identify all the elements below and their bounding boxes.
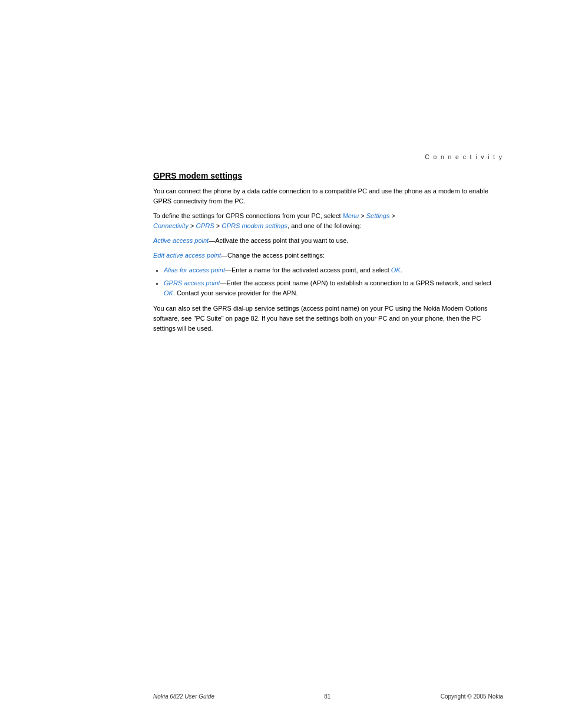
sep4: > xyxy=(214,222,222,229)
active-access-point-link: Active access point xyxy=(153,237,209,244)
edit-active-link: Edit active access point xyxy=(153,252,221,259)
paragraph-3: You can also set the GPRS dial-up servic… xyxy=(153,304,503,334)
paragraph-2: To define the settings for GPRS connecti… xyxy=(153,211,503,231)
sep3: > xyxy=(189,222,196,229)
gprs-link: GPRS xyxy=(196,222,214,229)
footer-right: Copyright © 2005 Nokia xyxy=(441,693,503,700)
bullet2-ok: OK xyxy=(164,289,173,297)
bullet-list: Alias for access point—Enter a name for … xyxy=(164,265,503,299)
sep2: > xyxy=(389,212,395,219)
bullet1-end: . xyxy=(401,266,402,274)
page: C o n n e c t i v i t y GPRS modem setti… xyxy=(0,0,562,728)
connectivity-link: Connectivity xyxy=(153,222,189,229)
alias-link: Alias for access point xyxy=(164,266,225,274)
paragraph-1: You can connect the phone by a data cabl… xyxy=(153,186,503,206)
bullet-item-2: GPRS access point—Enter the access point… xyxy=(164,278,503,299)
content-area: C o n n e c t i v i t y GPRS modem setti… xyxy=(153,153,503,338)
section-label: C o n n e c t i v i t y xyxy=(153,153,503,160)
bullet-item-1: Alias for access point—Enter a name for … xyxy=(164,265,503,276)
edit-active-line: Edit active access point—Change the acce… xyxy=(153,251,503,261)
bullet2-end: . Contact your service provider for the … xyxy=(173,289,298,297)
footer: Nokia 6822 User Guide 81 Copyright © 200… xyxy=(153,693,503,700)
footer-page-number: 81 xyxy=(324,693,330,700)
footer-left: Nokia 6822 User Guide xyxy=(153,693,214,700)
paragraph2-suffix: , and one of the following: xyxy=(287,222,361,229)
bullet1-text: —Enter a name for the activated access p… xyxy=(225,266,391,274)
bullet1-ok: OK xyxy=(391,266,401,274)
active-access-point-text: —Activate the access point that you want… xyxy=(209,237,348,244)
modem-settings-link: GPRS modem settings xyxy=(222,222,287,229)
section-title: GPRS modem settings xyxy=(153,171,503,180)
menu-link: Menu xyxy=(343,212,359,219)
active-access-point-line: Active access point—Activate the access … xyxy=(153,236,503,246)
gprs-access-point-link: GPRS access point xyxy=(164,279,220,286)
sep1: > xyxy=(359,212,366,219)
bullet2-text: —Enter the access point name (APN) to es… xyxy=(220,279,491,286)
edit-active-text: —Change the access point settings: xyxy=(221,252,325,259)
settings-link: Settings xyxy=(366,212,390,219)
paragraph2-prefix: To define the settings for GPRS connecti… xyxy=(153,212,343,219)
